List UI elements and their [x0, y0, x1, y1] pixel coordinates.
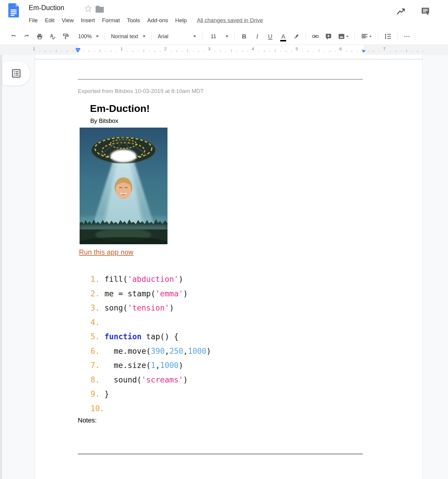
- code-token-num: 3.: [91, 303, 104, 312]
- ufo-abduction-image[interactable]: [80, 128, 167, 244]
- toolbar-divider: [202, 33, 202, 40]
- ruler-number: 5: [296, 46, 298, 51]
- menu-file[interactable]: File: [29, 17, 38, 24]
- ruler-tick: [226, 51, 226, 52]
- ruler-tick: [116, 51, 117, 52]
- right-indent-marker[interactable]: [362, 50, 366, 53]
- ruler-number: 6: [339, 46, 342, 51]
- font-size-select[interactable]: 11: [205, 30, 231, 42]
- code-token-plain: ): [169, 303, 174, 312]
- menu-format[interactable]: Format: [102, 17, 120, 24]
- code-token-num: 4.: [91, 318, 104, 327]
- toolbar-divider: [397, 33, 397, 40]
- code-block: 1. fill('abduction')2. me = stamp('emma'…: [91, 272, 211, 416]
- code-token-plain: me = stamp(: [104, 289, 155, 298]
- move-folder-icon[interactable]: [96, 5, 104, 13]
- ruler-number: 1: [120, 46, 123, 51]
- code-line-7: 7. me.size(1,1000): [91, 358, 211, 373]
- code-token-plain: }: [104, 390, 109, 398]
- google-docs-icon[interactable]: [8, 3, 19, 17]
- menu-insert[interactable]: Insert: [81, 17, 95, 24]
- menu-add-ons[interactable]: Add-ons: [147, 17, 168, 24]
- align-button[interactable]: [358, 30, 375, 42]
- insert-comment-button[interactable]: [322, 30, 335, 42]
- redo-button[interactable]: [20, 30, 33, 42]
- horizontal-ruler[interactable]: 11234567: [0, 45, 448, 55]
- chevron-down-icon: [346, 36, 349, 37]
- ruler-number: 7: [383, 46, 386, 51]
- code-line-3: 3. song('tension'): [91, 301, 211, 315]
- ruler-tick: [182, 51, 183, 52]
- ruler-tick: [286, 51, 286, 52]
- paragraph-style-select[interactable]: Normal text: [108, 30, 149, 42]
- menu-tools[interactable]: Tools: [127, 17, 140, 24]
- chevron-down-icon: [193, 36, 196, 37]
- toolbar-divider: [378, 33, 378, 40]
- title-bar-actions: [396, 7, 430, 16]
- ruler-tick: [149, 51, 150, 52]
- chevron-down-icon: [225, 36, 228, 37]
- document-workspace: Exported from Bitsbox 10-03-2019 at 8:10…: [0, 55, 448, 479]
- text-color-button[interactable]: A: [277, 30, 290, 42]
- code-token-plain: ): [183, 289, 188, 298]
- run-app-link[interactable]: Run this app now: [79, 248, 133, 256]
- save-status[interactable]: All changes saved in Drive: [197, 17, 263, 24]
- horizontal-rule-top: [78, 79, 363, 80]
- code-token-numlit: 1000: [160, 361, 179, 370]
- document-page[interactable]: Exported from Bitsbox 10-03-2019 at 8:10…: [35, 55, 423, 479]
- ruler-tick: [395, 51, 396, 52]
- code-token-numlit: 250: [169, 347, 183, 356]
- page-margin-dotted-line: [35, 59, 422, 60]
- ruler-tick: [346, 51, 347, 52]
- ruler-tick: [237, 51, 237, 52]
- highlight-color-button[interactable]: [290, 30, 303, 42]
- insert-image-button[interactable]: [335, 30, 352, 42]
- ruler-tick: [335, 51, 336, 52]
- star-icon[interactable]: [84, 4, 93, 13]
- spellcheck-button[interactable]: A: [46, 30, 59, 42]
- italic-button[interactable]: I: [251, 30, 264, 42]
- show-document-outline-button[interactable]: [2, 61, 30, 86]
- ruler-tick: [275, 49, 275, 52]
- undo-button[interactable]: [7, 30, 20, 42]
- code-token-num: 8.: [91, 375, 104, 384]
- line-spacing-button[interactable]: [381, 30, 394, 42]
- ruler-tick: [368, 51, 369, 52]
- bold-button[interactable]: B: [238, 30, 251, 42]
- underline-button[interactable]: U: [264, 30, 277, 42]
- code-token-plain: ): [178, 275, 183, 284]
- paint-format-button[interactable]: [59, 30, 72, 42]
- ruler-tick: [330, 51, 330, 52]
- menu-view[interactable]: View: [62, 17, 74, 24]
- zoom-select[interactable]: 100%: [75, 30, 102, 42]
- document-title[interactable]: Em-Duction: [29, 4, 64, 12]
- byline: By Bitsbox: [90, 118, 118, 124]
- menu-edit[interactable]: Edit: [45, 17, 55, 24]
- toolbar-divider: [234, 33, 235, 40]
- horizontal-rule-bottom: [78, 454, 363, 454]
- code-line-6: 6. me.move(390,250,1000): [91, 344, 211, 359]
- toolbar-divider: [152, 33, 152, 40]
- ruler-tick: [313, 51, 314, 52]
- code-token-plain: me.size(: [104, 361, 151, 370]
- insert-link-button[interactable]: [309, 30, 322, 42]
- font-select[interactable]: Arial: [155, 30, 199, 42]
- print-button[interactable]: [33, 30, 46, 42]
- code-token-numlit: 1: [151, 361, 156, 370]
- ruler-tick: [270, 51, 270, 52]
- first-line-indent-marker[interactable]: [76, 48, 80, 50]
- ruler-tick: [94, 51, 95, 52]
- ruler-tick: [56, 49, 57, 52]
- menu-help[interactable]: Help: [175, 17, 187, 24]
- code-line-2: 2. me = stamp('emma'): [91, 287, 211, 301]
- notes-label: Notes:: [78, 417, 97, 424]
- left-indent-marker[interactable]: [76, 48, 80, 53]
- exported-note: Exported from Bitsbox 10-03-2019 at 8:10…: [78, 88, 204, 94]
- more-options-button[interactable]: [400, 30, 413, 42]
- ruler-tick: [160, 51, 161, 52]
- comments-icon[interactable]: [420, 7, 430, 16]
- toolbar-divider: [354, 33, 355, 40]
- ruler-number: 1: [33, 46, 35, 51]
- insights-icon[interactable]: [396, 7, 406, 16]
- code-token-num: 2.: [91, 289, 104, 298]
